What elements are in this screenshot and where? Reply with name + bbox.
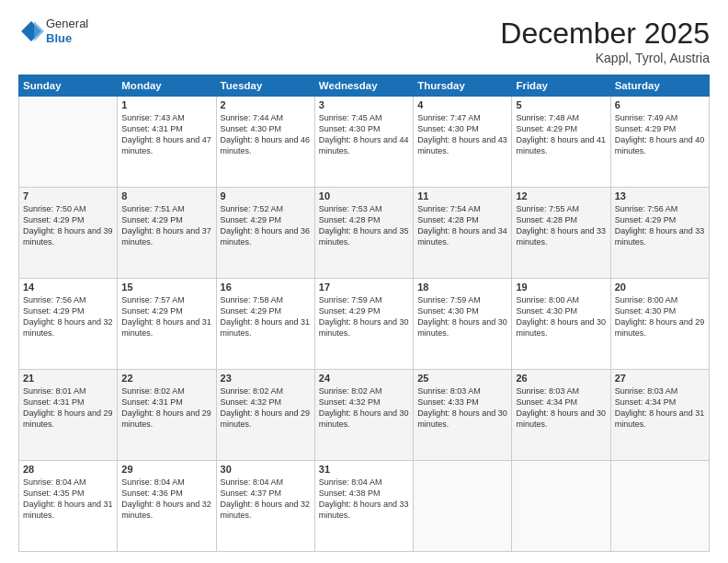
calendar-header-monday: Monday <box>118 75 216 97</box>
logo-general: General <box>46 17 88 31</box>
calendar-cell: 12Sunrise: 7:55 AMSunset: 4:28 PMDayligh… <box>512 188 610 279</box>
day-number: 8 <box>121 190 211 201</box>
calendar-cell: 7Sunrise: 7:50 AMSunset: 4:29 PMDaylight… <box>19 188 118 279</box>
day-number: 5 <box>516 99 606 110</box>
day-number: 6 <box>615 99 705 110</box>
header: General Blue December 2025 Kappl, Tyrol,… <box>18 17 710 65</box>
main-title: December 2025 <box>500 17 710 51</box>
day-number: 19 <box>516 282 606 293</box>
calendar-table: SundayMondayTuesdayWednesdayThursdayFrid… <box>18 75 710 552</box>
calendar-cell: 28Sunrise: 8:04 AMSunset: 4:35 PMDayligh… <box>19 461 118 552</box>
calendar-cell: 13Sunrise: 7:56 AMSunset: 4:29 PMDayligh… <box>610 188 709 279</box>
cell-info: Sunrise: 7:58 AMSunset: 4:29 PMDaylight:… <box>221 295 311 338</box>
day-number: 14 <box>23 282 113 293</box>
day-number: 24 <box>319 373 409 384</box>
calendar-cell <box>19 97 118 188</box>
day-number: 1 <box>121 99 211 110</box>
cell-info: Sunrise: 8:04 AMSunset: 4:37 PMDaylight:… <box>221 477 311 520</box>
calendar-cell: 19Sunrise: 8:00 AMSunset: 4:30 PMDayligh… <box>512 279 610 370</box>
calendar-cell: 30Sunrise: 8:04 AMSunset: 4:37 PMDayligh… <box>216 461 314 552</box>
cell-info: Sunrise: 7:50 AMSunset: 4:29 PMDaylight:… <box>23 204 113 247</box>
day-number: 22 <box>121 373 211 384</box>
day-number: 15 <box>121 282 211 293</box>
svg-marker-1 <box>34 21 44 41</box>
calendar-cell: 21Sunrise: 8:01 AMSunset: 4:31 PMDayligh… <box>19 370 118 461</box>
calendar-week-2: 7Sunrise: 7:50 AMSunset: 4:29 PMDaylight… <box>19 188 710 279</box>
calendar-cell: 2Sunrise: 7:44 AMSunset: 4:30 PMDaylight… <box>216 97 314 188</box>
day-number: 30 <box>221 464 311 475</box>
cell-info: Sunrise: 8:02 AMSunset: 4:32 PMDaylight:… <box>319 386 409 429</box>
cell-info: Sunrise: 7:55 AMSunset: 4:28 PMDaylight:… <box>516 204 606 247</box>
calendar-cell: 3Sunrise: 7:45 AMSunset: 4:30 PMDaylight… <box>314 97 413 188</box>
calendar-cell: 5Sunrise: 7:48 AMSunset: 4:29 PMDaylight… <box>512 97 610 188</box>
calendar-cell: 22Sunrise: 8:02 AMSunset: 4:31 PMDayligh… <box>118 370 216 461</box>
cell-info: Sunrise: 7:52 AMSunset: 4:29 PMDaylight:… <box>221 204 311 247</box>
day-number: 17 <box>319 282 409 293</box>
cell-info: Sunrise: 8:04 AMSunset: 4:38 PMDaylight:… <box>319 477 409 520</box>
logo: General Blue <box>18 17 88 45</box>
cell-info: Sunrise: 8:03 AMSunset: 4:34 PMDaylight:… <box>516 386 606 429</box>
calendar-cell: 27Sunrise: 8:03 AMSunset: 4:34 PMDayligh… <box>610 370 709 461</box>
calendar-header-friday: Friday <box>512 75 610 97</box>
calendar-cell: 8Sunrise: 7:51 AMSunset: 4:29 PMDaylight… <box>118 188 216 279</box>
calendar-cell: 14Sunrise: 7:56 AMSunset: 4:29 PMDayligh… <box>19 279 118 370</box>
day-number: 7 <box>23 190 113 201</box>
day-number: 23 <box>221 373 311 384</box>
cell-info: Sunrise: 8:04 AMSunset: 4:35 PMDaylight:… <box>23 477 113 520</box>
logo-text: General Blue <box>46 17 88 45</box>
cell-info: Sunrise: 8:01 AMSunset: 4:31 PMDaylight:… <box>23 386 113 429</box>
cell-info: Sunrise: 8:02 AMSunset: 4:32 PMDaylight:… <box>221 386 311 429</box>
calendar-cell: 25Sunrise: 8:03 AMSunset: 4:33 PMDayligh… <box>414 370 512 461</box>
logo-blue: Blue <box>46 31 88 46</box>
day-number: 18 <box>417 282 507 293</box>
day-number: 16 <box>221 282 311 293</box>
day-number: 26 <box>516 373 606 384</box>
day-number: 9 <box>221 190 311 201</box>
day-number: 10 <box>319 190 409 201</box>
calendar-week-5: 28Sunrise: 8:04 AMSunset: 4:35 PMDayligh… <box>19 461 710 552</box>
calendar-cell: 9Sunrise: 7:52 AMSunset: 4:29 PMDaylight… <box>216 188 314 279</box>
calendar-cell: 4Sunrise: 7:47 AMSunset: 4:30 PMDaylight… <box>414 97 512 188</box>
cell-info: Sunrise: 7:59 AMSunset: 4:29 PMDaylight:… <box>319 295 409 338</box>
calendar-cell: 29Sunrise: 8:04 AMSunset: 4:36 PMDayligh… <box>118 461 216 552</box>
calendar-cell: 31Sunrise: 8:04 AMSunset: 4:38 PMDayligh… <box>314 461 413 552</box>
cell-info: Sunrise: 7:53 AMSunset: 4:28 PMDaylight:… <box>319 204 409 247</box>
calendar-cell: 17Sunrise: 7:59 AMSunset: 4:29 PMDayligh… <box>314 279 413 370</box>
day-number: 13 <box>615 190 705 201</box>
cell-info: Sunrise: 8:00 AMSunset: 4:30 PMDaylight:… <box>516 295 606 338</box>
title-block: December 2025 Kappl, Tyrol, Austria <box>500 17 710 65</box>
day-number: 28 <box>23 464 113 475</box>
calendar-cell <box>610 461 709 552</box>
cell-info: Sunrise: 8:03 AMSunset: 4:33 PMDaylight:… <box>417 386 507 429</box>
calendar-header-saturday: Saturday <box>610 75 709 97</box>
day-number: 29 <box>121 464 211 475</box>
cell-info: Sunrise: 7:47 AMSunset: 4:30 PMDaylight:… <box>417 113 507 155</box>
calendar-cell: 24Sunrise: 8:02 AMSunset: 4:32 PMDayligh… <box>314 370 413 461</box>
calendar-cell: 6Sunrise: 7:49 AMSunset: 4:29 PMDaylight… <box>610 97 709 188</box>
calendar-cell: 16Sunrise: 7:58 AMSunset: 4:29 PMDayligh… <box>216 279 314 370</box>
calendar-header-thursday: Thursday <box>414 75 512 97</box>
cell-info: Sunrise: 7:56 AMSunset: 4:29 PMDaylight:… <box>23 295 113 338</box>
cell-info: Sunrise: 7:49 AMSunset: 4:29 PMDaylight:… <box>615 113 705 155</box>
calendar-week-4: 21Sunrise: 8:01 AMSunset: 4:31 PMDayligh… <box>19 370 710 461</box>
day-number: 27 <box>615 373 705 384</box>
subtitle: Kappl, Tyrol, Austria <box>500 51 710 65</box>
calendar-header-tuesday: Tuesday <box>216 75 314 97</box>
calendar-header-sunday: Sunday <box>19 75 118 97</box>
day-number: 25 <box>417 373 507 384</box>
calendar-header-row: SundayMondayTuesdayWednesdayThursdayFrid… <box>19 75 710 97</box>
day-number: 20 <box>615 282 705 293</box>
calendar-cell: 20Sunrise: 8:00 AMSunset: 4:30 PMDayligh… <box>610 279 709 370</box>
calendar-cell <box>414 461 512 552</box>
calendar-cell: 15Sunrise: 7:57 AMSunset: 4:29 PMDayligh… <box>118 279 216 370</box>
calendar-header-wednesday: Wednesday <box>314 75 413 97</box>
calendar-week-3: 14Sunrise: 7:56 AMSunset: 4:29 PMDayligh… <box>19 279 710 370</box>
day-number: 12 <box>516 190 606 201</box>
cell-info: Sunrise: 7:44 AMSunset: 4:30 PMDaylight:… <box>221 113 311 155</box>
calendar-cell: 18Sunrise: 7:59 AMSunset: 4:30 PMDayligh… <box>414 279 512 370</box>
cell-info: Sunrise: 8:02 AMSunset: 4:31 PMDaylight:… <box>121 386 211 429</box>
cell-info: Sunrise: 7:48 AMSunset: 4:29 PMDaylight:… <box>516 113 606 155</box>
cell-info: Sunrise: 7:57 AMSunset: 4:29 PMDaylight:… <box>121 295 211 338</box>
calendar-cell: 23Sunrise: 8:02 AMSunset: 4:32 PMDayligh… <box>216 370 314 461</box>
day-number: 2 <box>221 99 311 110</box>
